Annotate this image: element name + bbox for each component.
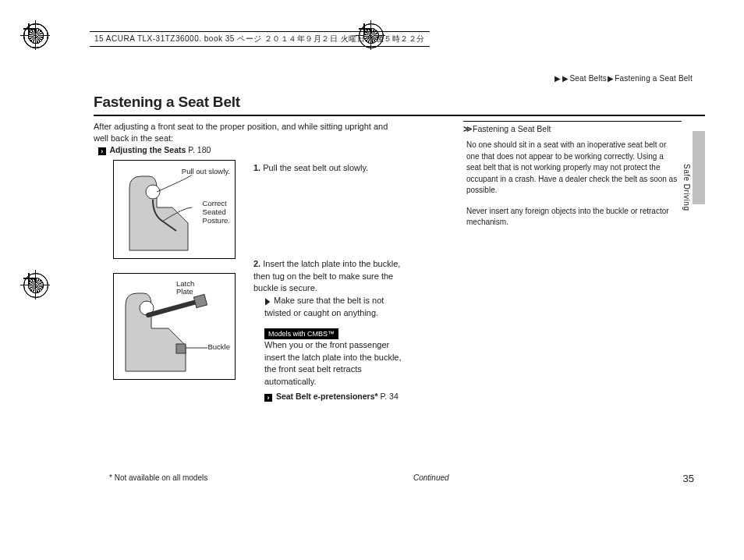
footnote: * Not available on all models [109, 473, 207, 482]
xref-page: P. 180 [188, 145, 211, 154]
title-rule [94, 115, 705, 116]
svg-rect-3 [176, 344, 186, 353]
intro-text: After adjusting a front seat to the prop… [94, 121, 402, 156]
chevrons-icon: ≫ [463, 124, 471, 133]
figure-label-posture: Correct Seated Posture. [203, 200, 230, 225]
continued-label: Continued [413, 473, 449, 482]
side-info-box: ≫Fastening a Seat Belt No one should sit… [463, 121, 682, 238]
svg-rect-2 [193, 294, 207, 307]
sidebox-paragraph: No one should sit in a seat with an inop… [463, 140, 682, 197]
step-2: 2. Insert the latch plate into the buckl… [253, 258, 409, 402]
figure-label-buckle: Buckle [207, 342, 230, 351]
step-aftertext: When you or the front passenger insert t… [253, 339, 409, 388]
step-number: 1. [253, 163, 260, 172]
page-title: Fastening a Seat Belt [94, 94, 240, 111]
crop-mark [23, 273, 34, 284]
crop-mark [23, 23, 34, 34]
buckle-illustration [114, 274, 235, 379]
figure-seat-posture: Pull out slowly. Correct Seated Posture. [113, 160, 236, 259]
chevron-right-icon: ▶ [608, 74, 614, 83]
page-number: 35 [683, 473, 694, 484]
breadcrumb: ▶▶Seat Belts▶Fastening a Seat Belt [554, 74, 693, 83]
step-note: ▶ Make sure that the belt is not twisted… [253, 295, 409, 320]
xref-icon: › [98, 147, 106, 155]
chevron-right-icon: ▶ [554, 74, 561, 83]
instruction-steps: 1. Pull the seat belt out slowly. 2. Ins… [253, 162, 409, 402]
step-note-text: Make sure that the belt is not twisted o… [264, 296, 384, 318]
step-number: 2. [253, 259, 260, 268]
svg-point-0 [146, 185, 160, 199]
xref-adjusting-seats: › Adjusting the Seats P. 180 [94, 145, 211, 154]
xref-pretensioners: › Seat Belt e-pretensioners* P. 34 [253, 391, 409, 402]
source-line: 15 ACURA TLX-31TZ36000. book 35 ページ ２０１４… [90, 31, 430, 47]
figure-label-pull-out: Pull out slowly. [182, 167, 230, 175]
breadcrumb-item: Fastening a Seat Belt [615, 74, 693, 83]
breadcrumb-item: Seat Belts [569, 74, 607, 83]
xref-label: Adjusting the Seats [109, 145, 186, 154]
xref-icon: › [264, 394, 272, 402]
section-label: Safe Driving [682, 164, 691, 211]
chevron-right-icon: ▶ [562, 74, 569, 83]
step-1: 1. Pull the seat belt out slowly. [253, 162, 409, 174]
figure-latch-buckle: Latch Plate Buckle [113, 273, 236, 380]
sidebox-paragraph: Never insert any foreign objects into th… [463, 206, 682, 229]
pointer-icon: ▶ [265, 295, 270, 308]
step-text: Insert the latch plate into the buckle, … [253, 259, 400, 292]
sidebox-heading-text: Fastening a Seat Belt [473, 124, 551, 133]
sidebox-heading: ≫Fastening a Seat Belt [463, 122, 682, 140]
xref-label: Seat Belt e-pretensioners* [276, 392, 378, 401]
xref-page: P. 34 [381, 392, 399, 401]
intro-paragraph: After adjusting a front seat to the prop… [94, 122, 388, 143]
section-tab [693, 131, 705, 204]
figure-label-latch-plate: Latch Plate [176, 280, 194, 296]
model-badge-row: Models with CMBS™ [253, 328, 409, 340]
step-text: Pull the seat belt out slowly. [263, 163, 368, 172]
model-badge: Models with CMBS™ [264, 328, 338, 340]
